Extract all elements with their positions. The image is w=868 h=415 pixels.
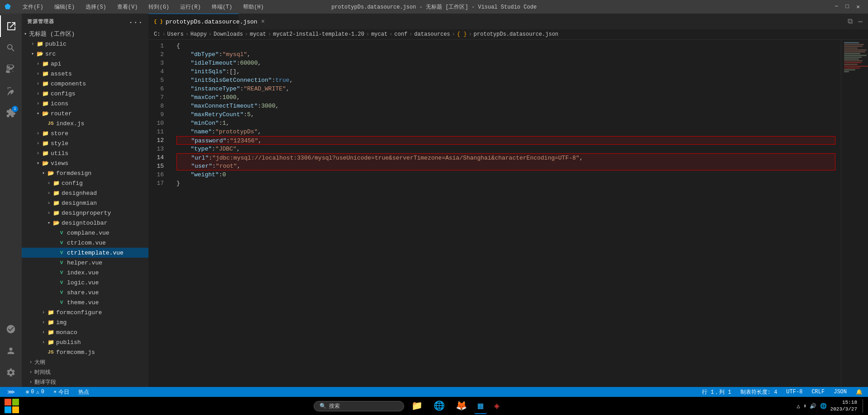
menu-edit[interactable]: 编辑(E) xyxy=(52,2,78,12)
sidebar-item-config[interactable]: 📁 config xyxy=(22,178,148,188)
sidebar-item-router-index[interactable]: JS index.js xyxy=(22,118,148,128)
formdesign-folder-icon: 📂 xyxy=(47,170,54,177)
language-mode[interactable]: JSON xyxy=(832,387,849,397)
sidebar-item-assets[interactable]: 📁 assets xyxy=(22,69,148,79)
taskbar-app-vscode[interactable]: ▦ xyxy=(474,398,487,414)
sidebar-group-outline[interactable]: 大纲 xyxy=(22,357,148,367)
menu-file[interactable]: 文件(F) xyxy=(20,2,46,12)
bc-users[interactable]: Users xyxy=(167,31,184,38)
encoding[interactable]: UTF-8 xyxy=(784,387,804,397)
sidebar-group-timeline[interactable]: 时间线 xyxy=(22,367,148,377)
sidebar-item-icons[interactable]: 📁 icons xyxy=(22,99,148,108)
menu-help[interactable]: 帮助(H) xyxy=(240,2,267,12)
feedback-icon[interactable]: 🔔 xyxy=(854,387,864,397)
code-line-5: "initSqlsGetConnection":true, xyxy=(176,76,835,85)
api-arrow xyxy=(34,60,42,67)
taskbar-app-edge[interactable]: 🌐 xyxy=(430,398,448,414)
bc-filename[interactable]: prototypDs.datasource.json xyxy=(474,31,558,38)
sidebar-item-complane[interactable]: V complane.vue xyxy=(22,228,148,238)
taskbar-app-other[interactable]: ◈ xyxy=(491,398,503,414)
explorer-icon[interactable] xyxy=(0,15,22,37)
sidebar-item-src[interactable]: 📂 src xyxy=(22,49,148,59)
minimize-button[interactable]: − xyxy=(831,2,842,11)
sidebar-item-share[interactable]: V share.vue xyxy=(22,288,148,297)
sidebar-item-formcomm[interactable]: JS formcomm.js xyxy=(22,347,148,357)
sidebar-item-root[interactable]: 无标题 (工作区) xyxy=(22,29,148,39)
sidebar-item-logic[interactable]: V logic.vue xyxy=(22,278,148,288)
sidebar-item-designmian[interactable]: 📁 designmian xyxy=(22,198,148,208)
bc-conf[interactable]: conf xyxy=(394,31,407,38)
bc-happy[interactable]: Happy xyxy=(191,31,207,38)
menu-view[interactable]: 查看(V) xyxy=(114,2,141,12)
sidebar-item-formconfigure[interactable]: 📁 formconfigure xyxy=(22,307,148,317)
sidebar-more-icon[interactable]: ... xyxy=(129,17,143,25)
remote-status[interactable]: ⋙ xyxy=(4,387,19,397)
warning-icon: ⚠ xyxy=(36,389,39,396)
tab-datasource[interactable]: { } prototypDs.datasource.json × xyxy=(148,14,239,29)
sidebar-item-designhead[interactable]: 📁 designhead xyxy=(22,188,148,198)
error-icon: ⊗ xyxy=(26,389,29,396)
sidebar-item-img[interactable]: 📁 img xyxy=(22,317,148,327)
sidebar-item-index-vue[interactable]: V index.vue xyxy=(22,268,148,278)
settings-icon[interactable] xyxy=(0,362,22,383)
taskbar-app-explorer[interactable]: 📁 xyxy=(408,398,426,414)
extensions-icon[interactable] xyxy=(0,102,22,124)
more-icon[interactable]: ⋯ xyxy=(856,16,864,27)
sidebar-item-views[interactable]: 📂 views xyxy=(22,158,148,168)
sidebar-item-components[interactable]: 📁 components xyxy=(22,79,148,89)
close-button[interactable]: ✕ xyxy=(853,2,863,11)
code-editor[interactable]: { "dbType":"mysql", "idleTimeout":60000,… xyxy=(171,40,841,387)
bc-datasources[interactable]: datasources xyxy=(414,31,450,38)
tray-icons[interactable]: △ ⬆ 🔊 🌐 xyxy=(797,403,827,410)
system-clock[interactable]: 15:18 2023/3/27 xyxy=(830,399,857,413)
today-label[interactable]: ☀ 今日 xyxy=(52,387,71,397)
sidebar-item-router[interactable]: 📂 router xyxy=(22,108,148,118)
sys-tray: △ ⬆ 🔊 🌐 15:18 2023/3/27 xyxy=(797,399,864,413)
sidebar-item-style[interactable]: 📁 style xyxy=(22,138,148,148)
bc-mycat[interactable]: mycat xyxy=(250,31,266,38)
sidebar-item-ctrltemplate[interactable]: V ctrltemplate.vue xyxy=(22,248,148,258)
sidebar-item-public[interactable]: 📁 public xyxy=(22,39,148,49)
sidebar-item-helper[interactable]: V helper.vue xyxy=(22,258,148,268)
source-control-icon[interactable] xyxy=(0,59,22,80)
sidebar-item-formdesign[interactable]: 📂 formdesign xyxy=(22,168,148,178)
sidebar-item-designtoolbar[interactable]: 📂 designtoolbar xyxy=(22,218,148,228)
bc-c[interactable]: C: xyxy=(154,31,160,38)
menu-run[interactable]: 运行(R) xyxy=(177,2,204,12)
cursor-position[interactable]: 行 1，列 1 xyxy=(700,387,733,397)
bc-downloads[interactable]: Downloads xyxy=(214,31,243,38)
search-icon[interactable] xyxy=(0,37,22,59)
remote-icon[interactable] xyxy=(0,318,22,340)
sidebar-item-store[interactable]: 📁 store xyxy=(22,128,148,138)
account-icon[interactable] xyxy=(0,340,22,362)
menu-goto[interactable]: 转到(G) xyxy=(146,2,172,12)
sidebar-group-translate[interactable]: 翻译字段 xyxy=(22,377,148,387)
sidebar-item-designproperty[interactable]: 📁 designproperty xyxy=(22,208,148,218)
bc-mycat2b[interactable]: mycat xyxy=(371,31,387,38)
bc-mycat2[interactable]: mycat2-install-template-1.20 xyxy=(273,31,364,38)
sidebar-item-utils[interactable]: 📁 utils xyxy=(22,148,148,158)
menu-select[interactable]: 选择(S) xyxy=(83,2,109,12)
line-ending[interactable]: CRLF xyxy=(810,387,826,397)
tab-size[interactable]: 制表符长度: 4 xyxy=(739,387,779,397)
line-num-2: 2 xyxy=(148,50,167,59)
split-editor-icon[interactable]: ⧉ xyxy=(846,16,854,27)
taskbar-app-browser2[interactable]: 🦊 xyxy=(452,398,471,414)
sidebar-item-publish[interactable]: 📁 publish xyxy=(22,337,148,347)
sidebar-item-ctrlcom[interactable]: V ctrlcom.vue xyxy=(22,238,148,248)
show-desktop-button[interactable] xyxy=(863,399,864,413)
hotspot-label[interactable]: 热点 xyxy=(76,387,91,397)
sidebar-item-configs[interactable]: 📁 configs xyxy=(22,89,148,99)
sidebar-item-monaco[interactable]: 📁 monaco xyxy=(22,327,148,337)
run-debug-icon[interactable] xyxy=(0,80,22,102)
windows-start-button[interactable] xyxy=(4,398,20,414)
formdesign-arrow xyxy=(40,170,47,177)
status-bar: ⋙ ⊗ 0 ⚠ 0 ☀ 今日 热点 行 1，列 1 制表符长度: 4 UTF-8… xyxy=(0,387,868,397)
menu-terminal[interactable]: 终端(T) xyxy=(209,2,235,12)
maximize-button[interactable]: □ xyxy=(842,2,853,11)
taskbar-search[interactable]: 🔍 搜索 xyxy=(314,401,404,411)
error-status[interactable]: ⊗ 0 ⚠ 0 xyxy=(24,387,46,397)
sidebar-item-api[interactable]: 📁 api xyxy=(22,59,148,69)
sidebar-item-theme[interactable]: V theme.vue xyxy=(22,297,148,307)
monaco-label: monaco xyxy=(56,329,148,336)
